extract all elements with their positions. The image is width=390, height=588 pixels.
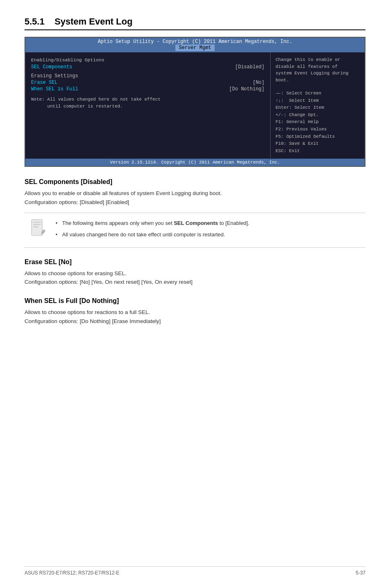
when-sel-full-value: [Do Nothing] [229,86,264,92]
bios-right-panel: Change this to enable or disable all fea… [271,52,365,159]
pencil-note-icon [29,219,48,240]
page-footer: ASUS RS720-E7/RS12; RS720-E7/RS12-E 5-37 [25,566,365,576]
bios-key-hints: →←: Select Screen ↑↓: Select Item Enter:… [276,90,360,155]
section-title: 5.5.1 System Event Log [25,16,365,30]
sel-components-label: SEL Components [31,64,72,70]
svg-rect-2 [33,224,41,225]
when-sel-full-label: When SEL is Full [31,86,78,92]
erase-sel-label: Erase SEL [31,80,58,85]
bios-body: Enabling/Disabling Options SEL Component… [25,52,365,159]
bios-tab-server-mgmt[interactable]: Server Mgmt [175,45,214,51]
svg-rect-1 [33,222,41,222]
erase-sel-body: Allows to choose options for erasing SEL… [25,269,365,287]
sel-components-heading: SEL Components [Disabled] [25,178,365,186]
sel-components-row[interactable]: SEL Components [Disabled] [31,64,264,70]
when-sel-full-body: Allows to choose options for reactions t… [25,308,365,325]
when-sel-full-heading: When SEL is Full [Do Nothing] [25,297,365,305]
footer-right: 5-37 [356,570,365,576]
footer-left: ASUS RS720-E7/RS12; RS720-E7/RS12-E [25,570,119,576]
enabling-label: Enabling/Disabling Options [31,57,264,63]
sel-components-body: Allows you to enable or disable all feat… [25,189,365,206]
erase-sel-row[interactable]: Erase SEL [No] [31,80,264,85]
note-item-1: The following items appears only when yo… [56,219,249,228]
svg-rect-3 [33,226,38,227]
when-sel-full-row[interactable]: When SEL is Full [Do Nothing] [31,86,264,92]
note-content: The following items appears only when yo… [56,219,249,242]
erase-sel-value: [No] [253,80,264,85]
sel-components-value: [Disabled] [235,64,264,70]
erase-sel-heading: Erase SEL [No] [25,258,365,266]
bios-note: Note: All values changed here do not tak… [31,96,264,110]
erasing-label: Erasing Settings [31,73,264,79]
note-item-2: All values changed here do not take effe… [56,230,249,239]
bios-terminal: Aptio Setup Utility - Copyright (C) 2011… [25,37,365,167]
bios-left-panel: Enabling/Disabling Options SEL Component… [25,52,271,159]
note-box: The following items appears only when yo… [25,213,365,248]
bios-help-text: Change this to enable or disable all fea… [276,56,360,83]
bios-header: Aptio Setup Utility - Copyright (C) 2011… [25,38,365,52]
bios-footer: Version 2.15.1219. Copyright (C) 2011 Am… [25,159,365,166]
